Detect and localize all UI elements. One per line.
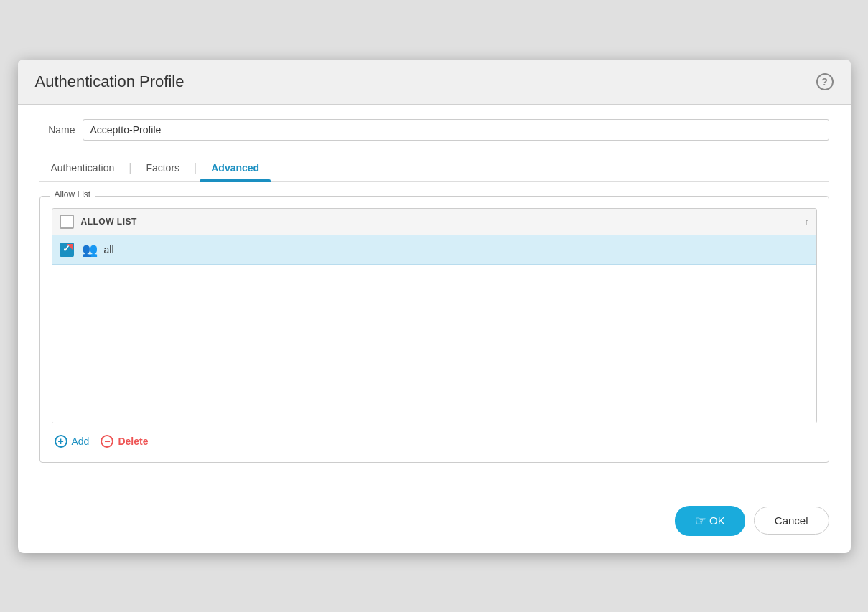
tab-separator-2: |: [194, 161, 197, 174]
allow-list-inner: ALLOW LIST ↑ 👥 all: [40, 197, 829, 462]
cancel-label: Cancel: [775, 514, 808, 527]
header-checkbox[interactable]: [60, 215, 74, 229]
tab-factors[interactable]: Factors: [134, 155, 191, 181]
sort-icon[interactable]: ↑: [805, 217, 809, 227]
delete-label: Delete: [118, 436, 148, 446]
name-row: Name: [39, 119, 829, 141]
help-icon[interactable]: ?: [816, 73, 834, 90]
tab-separator-1: |: [129, 161, 131, 174]
add-icon: +: [55, 435, 67, 448]
row-text: all: [104, 244, 114, 255]
ok-button[interactable]: ☞ OK: [675, 506, 745, 536]
dialog-footer: ☞ OK Cancel: [18, 494, 851, 553]
allow-list-section: Allow List ALLOW LIST ↑ 👥: [39, 196, 829, 463]
name-input[interactable]: [83, 119, 829, 141]
allow-list-legend: Allow List: [50, 189, 95, 199]
add-button[interactable]: + Add: [55, 432, 90, 451]
add-label: Add: [72, 436, 90, 447]
table-actions: + Add − Delete: [52, 432, 817, 451]
name-label: Name: [39, 124, 75, 136]
row-checkbox[interactable]: [60, 243, 74, 257]
tab-advanced[interactable]: Advanced: [200, 155, 271, 181]
dialog-title: Authentication Profile: [35, 72, 185, 91]
dialog-header: Authentication Profile ?: [18, 60, 851, 105]
tabs-container: Authentication | Factors | Advanced: [39, 155, 829, 182]
table-row[interactable]: 👥 all: [52, 235, 816, 265]
delete-icon: −: [101, 435, 113, 448]
cursor-icon: ☞: [695, 513, 706, 529]
authentication-profile-dialog: Authentication Profile ? Name Authentica…: [18, 60, 851, 553]
table-header: ALLOW LIST ↑: [52, 209, 816, 235]
ok-label: OK: [709, 514, 725, 527]
column-header-label: ALLOW LIST: [81, 217, 802, 227]
delete-button[interactable]: − Delete: [101, 432, 148, 451]
tab-authentication[interactable]: Authentication: [39, 155, 126, 181]
allow-list-table: ALLOW LIST ↑ 👥 all: [52, 208, 817, 423]
cancel-button[interactable]: Cancel: [754, 507, 829, 535]
dialog-body: Name Authentication | Factors | Advanced…: [18, 105, 851, 494]
row-group-icon: 👥: [81, 241, 98, 258]
checkbox-corner: [67, 244, 73, 250]
table-empty-area: [52, 265, 816, 423]
